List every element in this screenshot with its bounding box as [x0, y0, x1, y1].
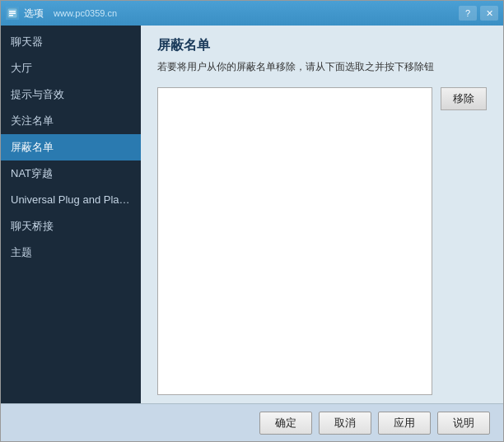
- panel-title: 屏蔽名单: [157, 37, 487, 54]
- remove-button[interactable]: 移除: [441, 87, 487, 110]
- title-bar-left: 选项 www.pc0359.cn: [6, 7, 117, 21]
- sidebar-item-7[interactable]: 聊天桥接: [1, 213, 141, 240]
- help-footer-button[interactable]: 说明: [437, 412, 490, 435]
- panel-description: 若要将用户从你的屏蔽名单移除，请从下面选取之并按下移除钮: [157, 59, 487, 74]
- svg-rect-2: [9, 13, 16, 15]
- sidebar-item-8[interactable]: 主题: [1, 240, 141, 266]
- sidebar: 聊天器大厅提示与音效关注名单屏蔽名单NAT穿越Universal Plug an…: [1, 26, 141, 403]
- app-title: 选项: [24, 7, 44, 21]
- panel-header: 屏蔽名单 若要将用户从你的屏蔽名单移除，请从下面选取之并按下移除钮: [141, 26, 503, 81]
- main-window: 选项 www.pc0359.cn ? ✕ 聊天器大厅提示与音效关注名单屏蔽名单N…: [0, 0, 504, 442]
- app-icon: [6, 7, 19, 20]
- window-controls: ? ✕: [459, 6, 498, 21]
- sidebar-item-4[interactable]: 屏蔽名单: [1, 134, 141, 161]
- help-button[interactable]: ?: [459, 6, 477, 21]
- panel-body: 移除: [141, 81, 503, 403]
- sidebar-item-0[interactable]: 聊天器: [1, 29, 141, 55]
- watermark: www.pc0359.cn: [54, 8, 117, 18]
- title-bar: 选项 www.pc0359.cn ? ✕: [1, 1, 503, 26]
- sidebar-item-2[interactable]: 提示与音效: [1, 81, 141, 108]
- close-button[interactable]: ✕: [480, 6, 498, 21]
- sidebar-item-3[interactable]: 关注名单: [1, 108, 141, 134]
- content-area: 聊天器大厅提示与音效关注名单屏蔽名单NAT穿越Universal Plug an…: [1, 26, 503, 403]
- footer: 确定 取消 应用 说明: [1, 403, 503, 441]
- svg-rect-3: [9, 15, 13, 16]
- cancel-button[interactable]: 取消: [319, 412, 371, 435]
- main-panel: 屏蔽名单 若要将用户从你的屏蔽名单移除，请从下面选取之并按下移除钮 移除: [141, 26, 503, 403]
- sidebar-item-6[interactable]: Universal Plug and Play（UI: [1, 187, 141, 213]
- sidebar-item-5[interactable]: NAT穿越: [1, 161, 141, 187]
- sidebar-item-1[interactable]: 大厅: [1, 55, 141, 81]
- svg-rect-1: [9, 11, 16, 12]
- apply-button[interactable]: 应用: [378, 412, 431, 435]
- ok-button[interactable]: 确定: [259, 412, 312, 435]
- blocked-list[interactable]: [157, 87, 432, 395]
- list-remove-row: 移除: [157, 87, 487, 395]
